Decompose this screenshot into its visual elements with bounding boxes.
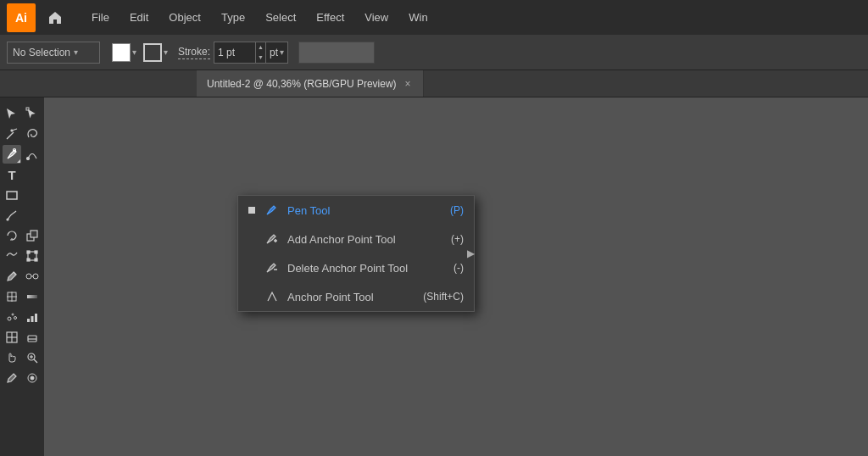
stroke-value[interactable]: 1 pt [214,42,256,64]
delete-anchor-label: Delete Anchor Point Tool [287,262,445,275]
svg-point-24 [12,314,14,315]
fill-dropdown-arrow[interactable]: ▾ [132,47,136,57]
fill-swatch[interactable] [112,43,131,62]
svg-point-39 [31,376,34,380]
lasso-tool[interactable] [23,125,42,143]
free-transform-tool[interactable] [23,247,42,265]
menu-object[interactable]: Object [159,0,211,35]
stroke-dropdown-arrow[interactable]: ▾ [164,47,168,57]
arrow-select-tool[interactable] [3,104,21,123]
empty-slot-4 [23,165,42,184]
stroke-width-group: Stroke: 1 pt ▲ ▼ pt ▾ [178,42,288,64]
symbol-spray-tool[interactable] [3,308,21,326]
tools-row-8 [0,247,44,265]
add-anchor-icon [264,231,279,247]
home-button[interactable] [42,5,68,31]
menu-edit[interactable]: Edit [120,0,159,35]
tools-row-12 [0,328,44,347]
pencil-tool[interactable] [3,206,21,225]
anchor-point-label: Anchor Point Tool [287,291,415,303]
rotate-tool[interactable] [3,226,21,245]
curvature-tool[interactable] [23,145,42,164]
rectangle-tool[interactable] [3,186,21,204]
tools-row-11 [0,308,44,326]
gradient-tool[interactable] [23,287,42,306]
pen-tool-icon [264,203,279,218]
delete-anchor-shortcut: (-) [453,262,464,274]
reshape-tool[interactable] [3,247,21,265]
pen-tool-dropdown: Pen Tool (P) Add Anchor Point Tool (+) [237,195,475,312]
stroke-up[interactable]: ▲ [256,42,265,53]
svg-point-25 [14,317,17,320]
unit-arrow: ▾ [280,47,284,57]
stroke-spinners: ▲ ▼ [256,42,266,64]
column-graph-tool[interactable] [23,308,42,326]
zoom-tool[interactable] [23,348,42,367]
stroke-swatch[interactable] [143,43,162,62]
delete-anchor-menu-item[interactable]: Delete Anchor Point Tool (-) [238,253,474,282]
scale-tool[interactable] [23,226,42,245]
tools-row-13 [0,348,44,367]
menu-type[interactable]: Type [211,0,255,35]
opacity-field[interactable] [298,42,375,64]
type-tool[interactable]: T [3,165,21,184]
stroke-control: ▾ [143,43,168,62]
stroke-label: Stroke: [178,46,210,59]
selection-label: No Selection [13,47,70,58]
svg-rect-27 [31,316,34,322]
blend-tool[interactable] [23,267,42,286]
svg-rect-9 [31,231,37,237]
tools-row-1 [0,104,44,123]
eyedropper-tool[interactable] [3,267,21,286]
slice-tool[interactable] [3,328,21,347]
empty-slot-6 [23,206,42,225]
selection-dropdown-arrow: ▾ [74,47,78,57]
magic-wand-tool[interactable] [3,125,21,143]
live-paint-tool[interactable] [23,369,42,387]
svg-rect-12 [35,251,37,253]
svg-rect-11 [27,251,30,253]
document-tab[interactable]: Untitled-2 @ 40,36% (RGB/GPU Preview) × [197,70,424,97]
menu-effect[interactable]: Effect [306,0,354,35]
tools-row-4: T [0,165,44,184]
eyedropper2-tool[interactable] [3,369,21,387]
tools-row-7 [0,226,44,245]
hand-tool[interactable] [3,348,21,367]
tab-close-button[interactable]: × [403,76,413,92]
tools-row-5 [0,186,44,204]
svg-rect-0 [26,108,29,110]
eraser-tool[interactable] [23,328,42,347]
pen-tool-menu-item[interactable]: Pen Tool (P) [238,196,474,225]
svg-point-5 [27,158,30,160]
tools-row-2 [0,125,44,143]
svg-point-7 [7,219,8,220]
selected-indicator [248,207,255,214]
menu-view[interactable]: View [354,0,398,35]
svg-rect-6 [7,192,17,199]
tools-row-10 [0,287,44,306]
svg-rect-14 [35,259,37,261]
pen-tool-btn[interactable] [3,145,21,164]
pen-tool-label: Pen Tool [287,204,442,217]
svg-rect-22 [27,295,37,298]
menu-select[interactable]: Select [255,0,306,35]
menu-file[interactable]: File [81,0,120,35]
anchor-point-menu-item[interactable]: Anchor Point Tool (Shift+C) [238,282,474,311]
tools-row-9 [0,267,44,286]
add-anchor-label: Add Anchor Point Tool [287,233,442,246]
stroke-down[interactable]: ▼ [256,53,265,63]
tools-row-3 [0,145,44,164]
direct-select-tool[interactable] [23,104,42,123]
add-anchor-menu-item[interactable]: Add Anchor Point Tool (+) [238,225,474,253]
selection-dropdown[interactable]: No Selection ▾ [7,42,100,64]
fill-color-group: ▾ [112,43,136,62]
tab-bar: « Untitled-2 @ 40,36% (RGB/GPU Preview) … [0,70,868,97]
menu-window[interactable]: Win [398,0,437,35]
svg-rect-26 [27,319,30,322]
tools-row-6 [0,206,44,225]
menu-scroll-arrow: ▶ [467,247,475,259]
mesh-tool[interactable] [3,287,21,306]
svg-rect-13 [27,259,30,261]
svg-point-23 [8,317,11,320]
stroke-unit-dropdown[interactable]: pt ▾ [266,42,288,64]
